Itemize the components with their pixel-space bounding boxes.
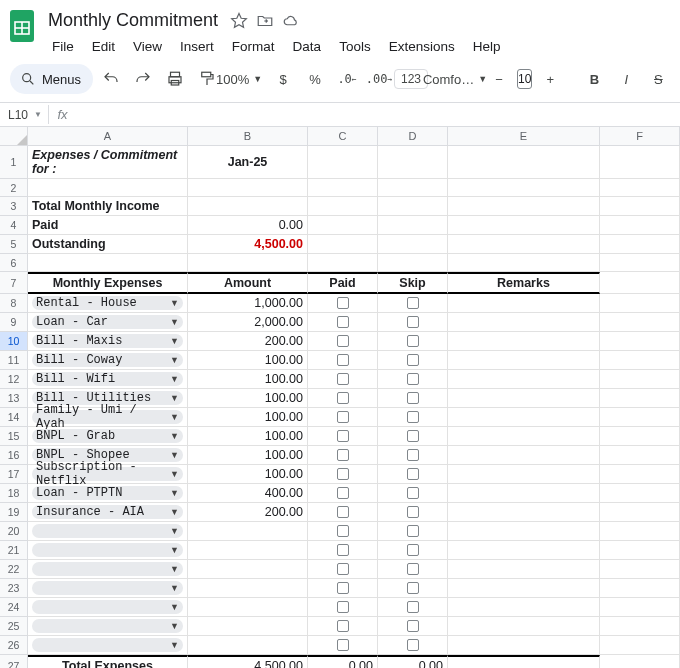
- checkbox-cell[interactable]: [378, 598, 448, 617]
- row-header[interactable]: 3: [0, 197, 28, 216]
- undo-button[interactable]: [97, 65, 125, 93]
- checkbox-cell[interactable]: [378, 446, 448, 465]
- menu-insert[interactable]: Insert: [172, 35, 222, 58]
- checkbox-cell[interactable]: [308, 598, 378, 617]
- checkbox-cell[interactable]: [308, 484, 378, 503]
- remarks-cell[interactable]: [448, 541, 600, 560]
- menu-view[interactable]: View: [125, 35, 170, 58]
- menu-extensions[interactable]: Extensions: [381, 35, 463, 58]
- expense-dropdown[interactable]: Insurance - AIA▼: [28, 503, 188, 522]
- checkbox-cell[interactable]: [308, 522, 378, 541]
- expense-dropdown[interactable]: ▼: [28, 541, 188, 560]
- row-header[interactable]: 16: [0, 446, 28, 465]
- remarks-cell[interactable]: [448, 617, 600, 636]
- checkbox-cell[interactable]: [378, 332, 448, 351]
- row-header[interactable]: 9: [0, 313, 28, 332]
- expense-dropdown[interactable]: BNPL - Grab▼: [28, 427, 188, 446]
- menu-data[interactable]: Data: [285, 35, 330, 58]
- checkbox-cell[interactable]: [308, 465, 378, 484]
- increase-font-size[interactable]: +: [536, 65, 564, 93]
- remarks-cell[interactable]: [448, 484, 600, 503]
- decrease-decimal-button[interactable]: .0←: [333, 65, 361, 93]
- checkbox-cell[interactable]: [308, 408, 378, 427]
- col-header[interactable]: D: [378, 127, 448, 146]
- checkbox-cell[interactable]: [378, 351, 448, 370]
- row-header[interactable]: 27: [0, 655, 28, 668]
- expense-dropdown[interactable]: ▼: [28, 522, 188, 541]
- cloud-saved-icon[interactable]: [282, 12, 300, 30]
- remarks-cell[interactable]: [448, 465, 600, 484]
- checkbox-cell[interactable]: [378, 636, 448, 655]
- row-header[interactable]: 8: [0, 294, 28, 313]
- expense-dropdown[interactable]: ▼: [28, 579, 188, 598]
- doc-title[interactable]: Monthly Commitment: [44, 8, 222, 33]
- checkbox-cell[interactable]: [308, 427, 378, 446]
- row-header[interactable]: 13: [0, 389, 28, 408]
- remarks-cell[interactable]: [448, 389, 600, 408]
- select-all-corner[interactable]: [0, 127, 28, 146]
- sheets-logo[interactable]: [8, 8, 36, 44]
- expense-dropdown[interactable]: Subscription - Netflix▼: [28, 465, 188, 484]
- expense-dropdown[interactable]: Bill - Wifi▼: [28, 370, 188, 389]
- name-box[interactable]: L10▼: [0, 108, 48, 122]
- increase-decimal-button[interactable]: .00→: [365, 65, 393, 93]
- expense-dropdown[interactable]: ▼: [28, 617, 188, 636]
- print-button[interactable]: [161, 65, 189, 93]
- remarks-cell[interactable]: [448, 598, 600, 617]
- text-color-button[interactable]: A: [676, 65, 680, 93]
- row-header[interactable]: 23: [0, 579, 28, 598]
- expense-dropdown[interactable]: ▼: [28, 560, 188, 579]
- row-header[interactable]: 15: [0, 427, 28, 446]
- checkbox-cell[interactable]: [308, 389, 378, 408]
- checkbox-cell[interactable]: [378, 560, 448, 579]
- row-header[interactable]: 24: [0, 598, 28, 617]
- zoom-select[interactable]: 100%▼: [225, 65, 253, 93]
- remarks-cell[interactable]: [448, 370, 600, 389]
- row-header[interactable]: 21: [0, 541, 28, 560]
- menu-tools[interactable]: Tools: [331, 35, 379, 58]
- checkbox-cell[interactable]: [378, 427, 448, 446]
- checkbox-cell[interactable]: [308, 370, 378, 389]
- checkbox-cell[interactable]: [378, 579, 448, 598]
- row-header[interactable]: 25: [0, 617, 28, 636]
- expense-dropdown[interactable]: Family - Umi / Ayah▼: [28, 408, 188, 427]
- remarks-cell[interactable]: [448, 313, 600, 332]
- row-header[interactable]: 7: [0, 272, 28, 294]
- star-icon[interactable]: [230, 12, 248, 30]
- menu-help[interactable]: Help: [465, 35, 509, 58]
- expense-dropdown[interactable]: Loan - Car▼: [28, 313, 188, 332]
- decrease-font-size[interactable]: −: [485, 65, 513, 93]
- col-header[interactable]: E: [448, 127, 600, 146]
- expense-dropdown[interactable]: Rental - House▼: [28, 294, 188, 313]
- row-header[interactable]: 14: [0, 408, 28, 427]
- row-header[interactable]: 19: [0, 503, 28, 522]
- checkbox-cell[interactable]: [378, 294, 448, 313]
- redo-button[interactable]: [129, 65, 157, 93]
- checkbox-cell[interactable]: [308, 617, 378, 636]
- more-formats-button[interactable]: 123: [397, 65, 425, 93]
- checkbox-cell[interactable]: [378, 522, 448, 541]
- remarks-cell[interactable]: [448, 294, 600, 313]
- remarks-cell[interactable]: [448, 522, 600, 541]
- checkbox-cell[interactable]: [308, 560, 378, 579]
- font-select[interactable]: Comfo…▼: [441, 65, 469, 93]
- formula-bar[interactable]: [76, 103, 680, 126]
- remarks-cell[interactable]: [448, 503, 600, 522]
- remarks-cell[interactable]: [448, 446, 600, 465]
- row-header[interactable]: 6: [0, 254, 28, 272]
- checkbox-cell[interactable]: [308, 579, 378, 598]
- checkbox-cell[interactable]: [308, 351, 378, 370]
- checkbox-cell[interactable]: [378, 484, 448, 503]
- remarks-cell[interactable]: [448, 560, 600, 579]
- row-header[interactable]: 18: [0, 484, 28, 503]
- col-header[interactable]: C: [308, 127, 378, 146]
- menus-search[interactable]: Menus: [10, 64, 93, 94]
- checkbox-cell[interactable]: [308, 294, 378, 313]
- checkbox-cell[interactable]: [378, 313, 448, 332]
- move-folder-icon[interactable]: [256, 12, 274, 30]
- row-header[interactable]: 17: [0, 465, 28, 484]
- expense-dropdown[interactable]: Loan - PTPTN▼: [28, 484, 188, 503]
- col-header[interactable]: F: [600, 127, 680, 146]
- row-header[interactable]: 10: [0, 332, 28, 351]
- checkbox-cell[interactable]: [378, 389, 448, 408]
